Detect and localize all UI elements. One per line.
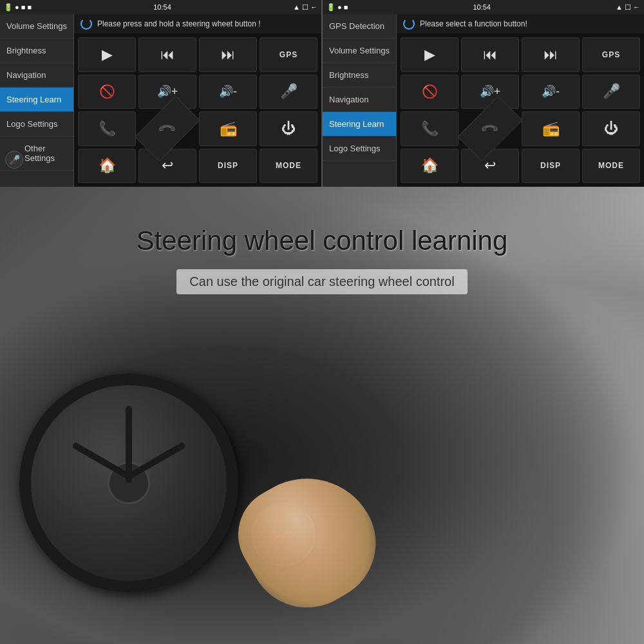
time-left: 10:54 bbox=[153, 3, 171, 11]
status-bar-right: 🔋 ● ■ 10:54 ▲ ☐ ← bbox=[323, 0, 644, 14]
panel-left: 🔋 ● ■ ■ 10:54 ▲ ☐ ← Volume Settings Brig… bbox=[0, 0, 321, 187]
text-overlay: Steering wheel control learning Can use … bbox=[0, 225, 644, 294]
panel-right-wrapper: 🔋 ● ■ 10:54 ▲ ☐ ← GPS Detection Volume S… bbox=[323, 0, 644, 187]
sidebar-item-logo-right[interactable]: Logo Settings bbox=[323, 137, 396, 161]
btn-back-left[interactable]: ↩ bbox=[138, 149, 196, 184]
steering-label-right: Steering Learn bbox=[329, 119, 384, 129]
status-right-nav-icons: ▲ ☐ ← bbox=[616, 3, 640, 12]
sidebar-item-logo[interactable]: Logo Settings bbox=[0, 112, 73, 137]
btn-mode-left[interactable]: MODE bbox=[260, 149, 317, 184]
spoke-right bbox=[71, 442, 131, 480]
battery-icon-right: 🔋 bbox=[327, 3, 336, 12]
btn-radio-right[interactable]: 📻 bbox=[522, 111, 580, 146]
btn-play-left[interactable]: ▶ bbox=[78, 37, 136, 72]
top-section: 🔋 ● ■ ■ 10:54 ▲ ☐ ← Volume Settings Brig… bbox=[0, 0, 644, 187]
btn-prev-right[interactable]: ⏮ bbox=[461, 37, 519, 72]
status-bar-left: 🔋 ● ■ ■ 10:54 ▲ ☐ ← bbox=[0, 0, 321, 14]
navigation-label-right: Navigation bbox=[329, 95, 368, 104]
notification-bar-right: Please select a function button! bbox=[397, 14, 644, 33]
notification-bar-left: Please press and hold a steering wheet b… bbox=[74, 14, 321, 33]
steering-label: Steering Learn bbox=[6, 95, 61, 104]
volume-label-right: Volume Settings bbox=[329, 46, 390, 55]
btn-power-left[interactable]: ⏻ bbox=[260, 111, 317, 146]
btn-home-right[interactable]: 🏠 bbox=[401, 149, 459, 184]
sidebar-item-volume-right[interactable]: Volume Settings bbox=[323, 39, 396, 63]
btn-voldown-left[interactable]: 🔊- bbox=[199, 75, 257, 109]
btn-call-right[interactable]: 📞 bbox=[401, 111, 459, 146]
status-right-icons: ▲ ☐ ← bbox=[293, 3, 317, 12]
sidebar-item-other[interactable]: 🎤 Other Settings bbox=[0, 137, 73, 171]
btn-next-right[interactable]: ⏭ bbox=[522, 37, 580, 72]
volume-label: Volume Settings bbox=[6, 21, 67, 31]
panel-left-body: Volume Settings Brightness Navigation St… bbox=[0, 14, 321, 187]
main-content-left: Please press and hold a steering wheet b… bbox=[74, 14, 321, 187]
btn-next-left[interactable]: ⏭ bbox=[199, 37, 257, 72]
notification-text-right: Please select a function button! bbox=[420, 19, 527, 28]
sub-title: Can use the original car steering wheel … bbox=[176, 269, 467, 294]
btn-mic-right[interactable]: 🎤 bbox=[582, 75, 640, 109]
status-left-icons: 🔋 ● ■ ■ bbox=[4, 3, 32, 12]
signal-icons-right: ● ■ bbox=[337, 3, 348, 11]
navigation-label: Navigation bbox=[6, 70, 46, 80]
sidebar-item-gps[interactable]: GPS Detection bbox=[323, 14, 396, 39]
btn-play-right[interactable]: ▶ bbox=[401, 37, 459, 72]
btn-power-right[interactable]: ⏻ bbox=[582, 111, 640, 146]
nav-icons-left: ▲ ☐ ← bbox=[293, 3, 317, 12]
refresh-icon-right bbox=[403, 18, 415, 30]
sidebar-item-navigation-right[interactable]: Navigation bbox=[323, 88, 396, 112]
panel-right-body: GPS Detection Volume Settings Brightness… bbox=[323, 14, 644, 187]
mic-circle-icon: 🎤 bbox=[5, 151, 23, 169]
time-right: 10:54 bbox=[473, 3, 491, 11]
main-title: Steering wheel control learning bbox=[0, 225, 644, 256]
battery-icon: 🔋 bbox=[4, 3, 13, 12]
btn-gps-left[interactable]: GPS bbox=[260, 37, 317, 72]
sidebar-right: GPS Detection Volume Settings Brightness… bbox=[323, 14, 397, 187]
btn-disp-right[interactable]: DISP bbox=[522, 149, 580, 184]
btn-call-left[interactable]: 📞 bbox=[78, 111, 136, 146]
btn-mode-right[interactable]: MODE bbox=[582, 149, 640, 184]
panel-left-wrapper: 🔋 ● ■ ■ 10:54 ▲ ☐ ← Volume Settings Brig… bbox=[0, 0, 321, 187]
bottom-section: Steering wheel control learning Can use … bbox=[0, 187, 644, 644]
logo-label-right: Logo Settings bbox=[329, 144, 381, 153]
refresh-icon-left bbox=[80, 18, 92, 30]
signal-icons: ● ■ ■ bbox=[15, 3, 32, 11]
btn-home-left[interactable]: 🏠 bbox=[78, 149, 136, 184]
btn-no-right[interactable]: 🚫 bbox=[401, 75, 459, 109]
button-grid-left: ▶ ⏮ ⏭ GPS 🚫 🔊+ 🔊- 🎤 📞 📞 📻 ⏻ bbox=[74, 33, 321, 187]
sidebar-item-steering[interactable]: Steering Learn bbox=[0, 88, 73, 112]
sidebar-left: Volume Settings Brightness Navigation St… bbox=[0, 14, 74, 187]
nav-icons-right: ▲ ☐ ← bbox=[616, 3, 640, 12]
sidebar-item-volume[interactable]: Volume Settings bbox=[0, 14, 73, 39]
sidebar-item-navigation[interactable]: Navigation bbox=[0, 63, 73, 88]
btn-disp-left[interactable]: DISP bbox=[199, 149, 257, 184]
notification-text-left: Please press and hold a steering wheet b… bbox=[97, 19, 261, 28]
brightness-label: Brightness bbox=[6, 46, 46, 55]
status-right-left-icons: 🔋 ● ■ bbox=[327, 3, 348, 12]
btn-mic-left[interactable]: 🎤 bbox=[260, 75, 317, 109]
gps-label: GPS Detection bbox=[329, 21, 384, 31]
brightness-label-right: Brightness bbox=[329, 70, 368, 80]
btn-prev-left[interactable]: ⏮ bbox=[138, 37, 196, 72]
btn-voldown-right[interactable]: 🔊- bbox=[522, 75, 580, 109]
panel-right: 🔋 ● ■ 10:54 ▲ ☐ ← GPS Detection Volume S… bbox=[323, 0, 644, 187]
sidebar-item-brightness-right[interactable]: Brightness bbox=[323, 63, 396, 88]
btn-radio-left[interactable]: 📻 bbox=[199, 111, 257, 146]
spoke-left bbox=[128, 442, 187, 480]
sidebar-item-brightness[interactable]: Brightness bbox=[0, 39, 73, 63]
btn-gps-right[interactable]: GPS bbox=[582, 37, 640, 72]
sidebar-item-steering-right[interactable]: Steering Learn bbox=[323, 112, 396, 137]
logo-label: Logo Settings bbox=[6, 119, 58, 129]
button-grid-right: ▶ ⏮ ⏭ GPS 🚫 🔊+ 🔊- 🎤 📞 📞 📻 ⏻ bbox=[397, 33, 644, 187]
btn-no-left[interactable]: 🚫 bbox=[78, 75, 136, 109]
main-content-right: Please select a function button! ▶ ⏮ ⏭ G… bbox=[397, 14, 644, 187]
steering-wheel bbox=[19, 374, 238, 592]
btn-back-right[interactable]: ↩ bbox=[461, 149, 519, 184]
